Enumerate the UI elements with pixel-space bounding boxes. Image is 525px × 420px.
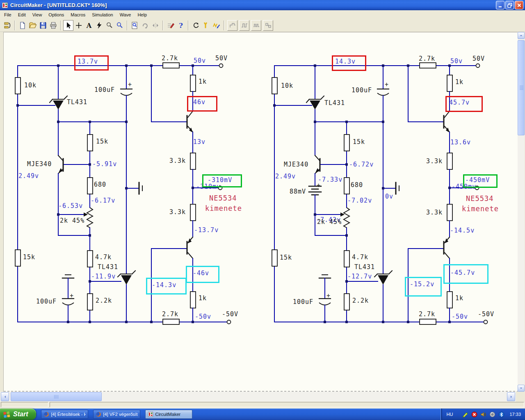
- rotate-button[interactable]: [140, 20, 150, 31]
- menu-item-wave[interactable]: Wave: [116, 11, 135, 18]
- volume-icon[interactable]: [480, 411, 486, 418]
- horizontal-scroll-thumb[interactable]: [11, 392, 102, 401]
- delete-tool-button[interactable]: [94, 20, 104, 31]
- circuit-label: 2.49v: [275, 173, 296, 180]
- probe-magnifier-button[interactable]: [104, 20, 114, 31]
- taskbar-task-1[interactable]: [4] Értesítések - Hob…: [41, 410, 88, 419]
- circuit-label: -6.17v: [91, 197, 115, 204]
- circuit-label: 3.3k: [169, 158, 186, 164]
- text-tool-button[interactable]: A: [84, 20, 94, 31]
- wrench-options-button[interactable]: [201, 20, 211, 31]
- circuit-label: -7.33v: [318, 176, 342, 183]
- digital-display-4-icon: [264, 21, 272, 30]
- circuit-label: MJE340: [284, 161, 308, 168]
- circuit-label: -11.9v: [91, 273, 116, 280]
- circuit-label: 15k: [353, 139, 365, 146]
- menu-item-edit[interactable]: Edit: [15, 11, 29, 18]
- circuit-label: 13v: [193, 139, 205, 146]
- annotation-box-red: [74, 55, 109, 71]
- security-alert-icon[interactable]: [471, 411, 477, 418]
- circuit-label: 15k: [23, 254, 35, 261]
- circuit-label: MJE340: [27, 161, 52, 168]
- menu-item-help[interactable]: Help: [134, 11, 150, 18]
- start-button[interactable]: Start: [0, 409, 36, 420]
- wire-tool-button[interactable]: [73, 20, 84, 31]
- cursor-tool-button[interactable]: [63, 20, 73, 31]
- firefox-icon: [96, 411, 101, 417]
- circuit-label: 2.2k: [352, 297, 369, 304]
- circuit-label: 88mV: [290, 188, 306, 195]
- pen-tablet-icon[interactable]: [462, 411, 468, 418]
- scroll-down-button[interactable]: [518, 385, 525, 392]
- taskbar-task-3[interactable]: CircuitMaker: [145, 410, 192, 419]
- circuit-label: 15k: [96, 138, 108, 145]
- schematic-canvas[interactable]: 13.7v10kTL431100uF+2.7k50v50V1k46v13v15k…: [3, 32, 518, 392]
- menu-item-macros[interactable]: Macros: [67, 11, 89, 18]
- circuit-label: +: [317, 182, 321, 189]
- toolbar: A?: [0, 19, 525, 32]
- delete-tool-icon: [95, 21, 103, 30]
- minimize-button[interactable]: [496, 1, 504, 9]
- circuitmaker-logo-icon: [2, 2, 8, 9]
- mirror-button[interactable]: [150, 20, 160, 31]
- wire-tool-icon: [75, 21, 83, 30]
- probe-waveform-button[interactable]: [211, 20, 221, 31]
- new-document-button[interactable]: [17, 20, 27, 31]
- annotation-box-cyan: [405, 277, 442, 297]
- menu-item-view[interactable]: View: [29, 11, 46, 18]
- circuit-label: 15k: [280, 254, 292, 261]
- vertical-scrollbar[interactable]: [518, 32, 525, 392]
- scroll-right-button[interactable]: [507, 392, 515, 401]
- menu-bar: FileEditViewOptionsMacrosSimulationWaveH…: [0, 10, 525, 19]
- menu-item-options[interactable]: Options: [45, 11, 67, 18]
- annotation-box-cyan: [146, 278, 187, 294]
- circuit-label: NE5534: [209, 195, 237, 202]
- circuit-label: 100uF: [94, 87, 115, 94]
- circuit-label: 1k: [455, 79, 463, 86]
- circuit-label: +: [326, 292, 331, 299]
- taskbar-task-2[interactable]: [4] VF2 végerősítő - …: [93, 410, 140, 419]
- simulation-check-icon: [167, 21, 175, 30]
- circuit-label: 680: [94, 181, 106, 188]
- circuit-label: 2k 45%: [317, 219, 342, 226]
- save-file-button[interactable]: [38, 20, 48, 31]
- annotation-box-cyan: [443, 264, 488, 284]
- digital-display-4-button[interactable]: [263, 20, 273, 31]
- digital-display-2-button[interactable]: [239, 20, 249, 31]
- scroll-up-button[interactable]: [518, 32, 525, 39]
- menu-item-file[interactable]: File: [1, 11, 15, 18]
- circuit-label: 2.7k: [162, 311, 178, 318]
- circuit-label: 50V: [215, 55, 228, 62]
- circuit-label: 50v: [194, 57, 206, 64]
- circuit-label: -6.72v: [349, 161, 374, 168]
- status-panel-left: [1, 402, 48, 407]
- circuit-label: -50v: [195, 313, 211, 320]
- language-indicator[interactable]: HU: [447, 412, 453, 417]
- device-icon[interactable]: [489, 411, 495, 418]
- horizontal-scrollbar[interactable]: [0, 392, 516, 402]
- preview-document-button[interactable]: [130, 20, 140, 31]
- circuit-label: -50v: [452, 313, 468, 320]
- digital-display-1-button[interactable]: [227, 20, 237, 31]
- print-button[interactable]: [48, 20, 58, 31]
- open-file-button[interactable]: [27, 20, 38, 31]
- circuit-label: 50V: [472, 55, 485, 62]
- print-icon: [49, 21, 57, 30]
- new-document-icon: [18, 21, 27, 30]
- simulation-check-button[interactable]: [165, 20, 176, 31]
- reset-simulation-button[interactable]: [191, 20, 201, 31]
- close-button[interactable]: [515, 1, 523, 9]
- scroll-left-button[interactable]: [1, 392, 9, 401]
- parts-bin-button[interactable]: [2, 20, 12, 31]
- circuit-label: 100uF: [36, 298, 57, 305]
- circuit-label: 10k: [281, 82, 293, 89]
- bluetooth-icon[interactable]: [498, 411, 504, 418]
- help-button[interactable]: ?: [176, 20, 186, 31]
- vertical-scroll-thumb[interactable]: [518, 40, 525, 135]
- circuit-label: 3.3k: [426, 158, 443, 165]
- menu-item-simulation[interactable]: Simulation: [89, 11, 116, 18]
- restore-button[interactable]: [505, 1, 514, 9]
- toolbar-separator: [224, 21, 224, 30]
- digital-display-3-button[interactable]: [251, 20, 261, 31]
- zoom-tool-button[interactable]: [114, 20, 125, 31]
